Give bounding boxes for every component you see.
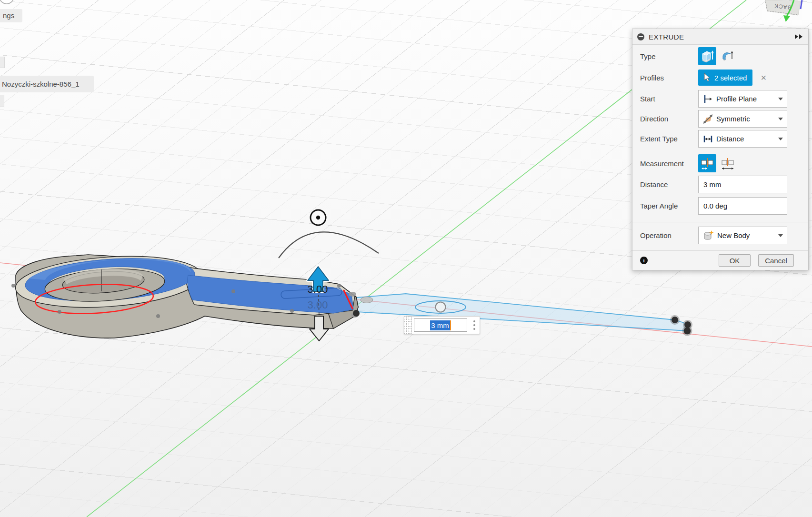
selected-input-text[interactable]: 3 mm <box>430 320 450 330</box>
origin-marker <box>361 297 373 303</box>
profile-plane-icon <box>702 94 713 104</box>
extrude-dialog[interactable]: EXTRUDE Type <box>632 29 809 270</box>
direction-dropdown[interactable]: Symmetric <box>698 110 787 128</box>
start-dropdown[interactable]: Profile Plane <box>698 90 787 108</box>
profiles-selected-count: 2 selected <box>714 74 747 82</box>
measurement-whole-icon <box>721 156 735 170</box>
taper-angle-value: 0.0 deg <box>703 202 727 210</box>
viewcube[interactable]: BACK <box>765 0 802 22</box>
distance-field[interactable]: 3 mm <box>698 176 787 193</box>
row-profiles: Profiles 2 selected × <box>640 70 801 86</box>
cutoff-panel-fragment-bottom <box>0 95 4 107</box>
dialog-header[interactable]: EXTRUDE <box>632 29 808 45</box>
extrude-thin-icon <box>721 49 735 63</box>
distance-inline-input[interactable]: 3 mm <box>414 318 467 332</box>
row-operation: Operation New Body <box>640 227 801 244</box>
start-label: Start <box>640 95 698 103</box>
measurement-half-length-button[interactable] <box>698 154 716 172</box>
rotate-handle-center-dot <box>316 216 320 219</box>
taper-angle-field[interactable]: 0.0 deg <box>698 197 787 215</box>
dropdown-caret-icon <box>778 118 783 120</box>
direction-value: Symmetric <box>713 115 778 123</box>
type-extrude-solid-button[interactable] <box>698 47 716 65</box>
profiles-label: Profiles <box>640 74 698 82</box>
symmetric-icon <box>702 114 713 124</box>
dialog-grip-icon[interactable] <box>637 33 644 40</box>
operation-dropdown[interactable]: New Body <box>698 227 787 244</box>
dropdown-caret-icon <box>778 98 783 100</box>
measurement-label: Measurement <box>640 159 698 168</box>
distance-extent-icon <box>702 134 713 144</box>
type-label: Type <box>640 52 698 60</box>
taper-angle-label: Taper Angle <box>640 202 698 210</box>
measurement-whole-length-button[interactable] <box>719 154 737 172</box>
dialog-footer: i OK Cancel <box>640 254 801 267</box>
extent-type-label: Extent Type <box>640 135 698 143</box>
collapse-arrows-icon[interactable] <box>794 34 803 40</box>
dimension-label-front: 3.00 <box>308 283 328 295</box>
pivot-point-marker[interactable] <box>436 302 446 312</box>
dimension-label-back: 3.00 <box>308 299 328 311</box>
start-value: Profile Plane <box>713 95 778 103</box>
rotate-manipulator-arc[interactable] <box>279 232 379 258</box>
extent-type-dropdown[interactable]: Distance <box>698 130 787 148</box>
distance-value: 3 mm <box>703 180 722 189</box>
row-type: Type <box>640 47 801 65</box>
cursor-icon <box>704 73 711 82</box>
handle-body-model[interactable] <box>11 250 359 338</box>
row-start: Start Profile Plane <box>640 90 801 108</box>
measurement-half-icon <box>700 156 714 170</box>
row-measurement: Measurement <box>640 154 801 172</box>
row-taper-angle: Taper Angle 0.0 deg <box>640 197 801 215</box>
cutoff-toolbar-circle <box>0 0 14 4</box>
row-distance: Distance 3 mm <box>640 176 801 193</box>
type-thin-extrude-button[interactable] <box>719 47 737 65</box>
dropdown-caret-icon <box>778 234 783 237</box>
text-caret <box>450 320 451 330</box>
hud-drag-handle-icon[interactable] <box>404 317 412 334</box>
dialog-title: EXTRUDE <box>649 33 794 41</box>
viewcube-y-axis-arrowhead <box>783 15 790 22</box>
dropdown-caret-icon <box>778 138 783 140</box>
operation-label: Operation <box>640 231 698 239</box>
distance-value-hud[interactable]: 3 mm <box>404 316 480 334</box>
overflow-menu-icon[interactable] <box>469 320 480 330</box>
operation-value: New Body <box>714 231 778 239</box>
new-body-icon <box>702 230 714 241</box>
profiles-selected-button[interactable]: 2 selected <box>698 70 752 86</box>
ok-button[interactable]: OK <box>719 254 751 267</box>
viewcube-z-axis-blue <box>801 0 802 9</box>
cutoff-panel-fragment-top <box>0 57 5 68</box>
document-name-label: Nozyczki-szkolne-856_1 <box>0 76 94 92</box>
cutoff-label-ngs: ngs <box>0 9 22 22</box>
row-direction: Direction Symmetric <box>640 110 801 128</box>
extrude-solid-icon <box>700 49 714 63</box>
row-extent-type: Extent Type Distance <box>640 130 801 148</box>
clear-selection-icon[interactable]: × <box>761 73 766 82</box>
extent-type-value: Distance <box>713 135 778 143</box>
divider <box>632 250 808 251</box>
divider <box>632 222 808 222</box>
info-icon[interactable]: i <box>640 257 648 264</box>
direction-label: Direction <box>640 115 698 123</box>
cancel-button[interactable]: Cancel <box>758 254 794 267</box>
distance-label: Distance <box>640 180 698 189</box>
